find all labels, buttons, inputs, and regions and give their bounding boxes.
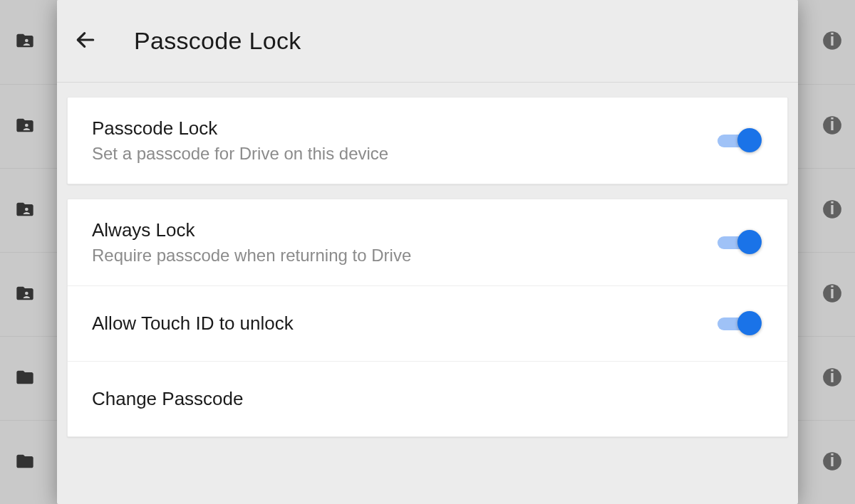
toggle-thumb <box>737 128 762 152</box>
folder-shared-icon <box>13 199 37 222</box>
setting-row-change-passcode[interactable]: Change Passcode <box>68 361 787 436</box>
setting-title: Change Passcode <box>92 388 243 410</box>
setting-row-touch-id[interactable]: Allow Touch ID to unlock <box>68 285 787 361</box>
setting-subtitle: Require passcode when returning to Drive <box>92 246 411 266</box>
folder-shared-icon <box>13 31 37 53</box>
always-lock-toggle[interactable] <box>717 230 763 256</box>
svg-point-6 <box>25 207 28 211</box>
panel-header: Passcode Lock <box>57 0 798 83</box>
toggle-thumb <box>737 311 762 335</box>
setting-text: Passcode Lock Set a passcode for Drive o… <box>92 117 388 164</box>
info-icon: i <box>822 115 842 138</box>
info-icon: i <box>822 199 842 222</box>
setting-row-always-lock[interactable]: Always Lock Require passcode when return… <box>68 199 787 285</box>
back-button[interactable] <box>71 27 100 56</box>
svg-point-3 <box>25 123 28 127</box>
setting-title: Passcode Lock <box>92 117 388 140</box>
setting-text: Change Passcode <box>92 388 243 410</box>
setting-row-passcode-lock[interactable]: Passcode Lock Set a passcode for Drive o… <box>68 98 787 184</box>
setting-text: Allow Touch ID to unlock <box>92 313 294 335</box>
panel-body: Passcode Lock Set a passcode for Drive o… <box>57 83 798 437</box>
page-title: Passcode Lock <box>134 27 301 55</box>
svg-text:i: i <box>830 199 834 218</box>
passcode-settings-panel: Passcode Lock Passcode Lock Set a passco… <box>57 0 798 504</box>
svg-point-0 <box>25 39 28 43</box>
folder-shared-icon <box>13 283 37 306</box>
arrow-left-icon <box>74 28 97 54</box>
toggle-thumb <box>737 230 762 254</box>
folder-icon <box>13 367 37 390</box>
setting-title: Allow Touch ID to unlock <box>92 313 294 335</box>
info-icon: i <box>822 451 842 474</box>
settings-card: Always Lock Require passcode when return… <box>67 199 788 437</box>
folder-shared-icon <box>13 115 37 138</box>
touch-id-toggle[interactable] <box>717 311 763 337</box>
folder-icon <box>13 451 37 474</box>
svg-point-9 <box>25 291 28 295</box>
settings-card: Passcode Lock Set a passcode for Drive o… <box>67 97 788 184</box>
info-icon: i <box>822 31 842 53</box>
svg-text:i: i <box>830 31 834 49</box>
info-icon: i <box>822 367 842 390</box>
setting-subtitle: Set a passcode for Drive on this device <box>92 144 388 164</box>
setting-title: Always Lock <box>92 219 411 241</box>
svg-text:i: i <box>830 283 834 302</box>
passcode-lock-toggle[interactable] <box>717 128 763 154</box>
svg-text:i: i <box>830 115 834 134</box>
setting-text: Always Lock Require passcode when return… <box>92 219 411 266</box>
svg-text:i: i <box>830 367 834 386</box>
info-icon: i <box>822 283 842 306</box>
svg-text:i: i <box>830 451 834 470</box>
